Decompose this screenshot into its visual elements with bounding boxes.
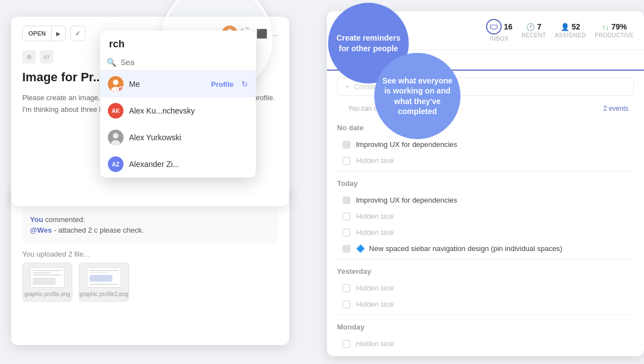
avatar-me: ✕ [108, 76, 123, 92]
comment-text: You commented: [30, 215, 270, 224]
inbox-icon [486, 19, 502, 35]
file-image-preview [90, 275, 112, 282]
more-options-icon[interactable]: ... [271, 28, 278, 38]
special-task-icon: 🔷 [356, 244, 365, 253]
task-checkbox[interactable] [343, 229, 350, 237]
inbox-body: + Create a reminder... You can o... 2 ev… [327, 71, 644, 356]
search-result-me[interactable]: ✕ Me Profile ↻ [100, 71, 256, 97]
bubble-1-text: Create reminders for other people [336, 33, 401, 53]
avatar-ay [108, 130, 123, 145]
activity-panel: You tracked time 🕐 45 You commented: @We… [11, 184, 289, 345]
file-preview-2 [87, 267, 121, 288]
files-grid: graphic profile.png graphic profile2.png [22, 263, 278, 302]
table-row[interactable]: Improving UX for dependencies [337, 192, 634, 208]
result-name-ay: Alex Yurkowski [129, 133, 181, 142]
task-name-hidden: Hidden task [356, 284, 394, 292]
comment-you: You [30, 215, 43, 224]
file-thumb-1[interactable]: graphic profile.png [22, 263, 72, 302]
productive-stat-icon: ↑↓ [602, 23, 609, 31]
stat-count-recent: 7 [537, 22, 542, 31]
task-checkbox[interactable] [343, 157, 350, 165]
stat-recent: 🕐 7 RECENT [522, 22, 546, 38]
open-arrow-icon[interactable]: ▶ [52, 26, 65, 41]
task-name: Improving UX for dependencies [356, 196, 457, 204]
search-header: rch [100, 31, 256, 55]
file-line [90, 270, 118, 271]
search-result-alex-y[interactable]: Alex Yurkowski [100, 124, 256, 151]
avatar-az: AZ [108, 156, 123, 172]
mention: @Wes [30, 226, 52, 234]
file-image-preview [33, 278, 56, 285]
divider [337, 314, 634, 315]
result-name-ak: Alex Ku...nchevsky [129, 106, 195, 115]
table-row[interactable]: 🔷 New spaced siebar navigation design (p… [337, 240, 634, 257]
task-checkbox[interactable] [343, 213, 350, 220]
tag-icon[interactable]: 🏷 [40, 50, 53, 63]
task-name-hidden: Hidden task [356, 228, 394, 237]
divider [337, 171, 634, 171]
table-row[interactable]: Hidden task [337, 224, 634, 240]
gear-icon[interactable]: ⚙ [22, 50, 36, 63]
svg-point-4 [113, 80, 118, 85]
file-preview-1 [30, 267, 65, 288]
search-input[interactable] [121, 58, 249, 67]
svg-point-7 [113, 133, 118, 139]
file-thumb-2[interactable]: graphic profile2.png [79, 263, 129, 302]
events-link[interactable]: 2 events [603, 105, 628, 112]
stat-label-recent: RECENT [522, 32, 546, 38]
comment-sub: please check. [100, 226, 144, 234]
file-label-1: graphic profile.png [24, 291, 70, 297]
table-row[interactable]: Hidden task [337, 296, 634, 312]
table-row[interactable]: Hidden task [337, 336, 634, 352]
plus-icon: + [345, 82, 350, 91]
stat-count-inbox: 16 [504, 22, 513, 31]
search-title: rch [109, 38, 125, 50]
task-name-hidden: Hidden task [356, 156, 394, 165]
task-checkbox[interactable] [343, 245, 350, 253]
section-monday: Monday [337, 323, 634, 331]
comment-label: commented: [45, 215, 85, 224]
table-row[interactable]: Improving UX for dependencies [337, 136, 634, 153]
stat-count-assigned: 52 [572, 22, 581, 31]
comment-section: You commented: @Wes - attached 2 c pleas… [22, 209, 278, 243]
stat-productive: ↑↓ 79% PRODUCTIVE [595, 22, 634, 38]
search-dropdown: rch 🔍 ✕ Me Profile ↻ AK Alex Ku...nchevs… [100, 31, 256, 178]
clock-stat-icon: 🕐 [526, 23, 535, 31]
search-result-alex-k[interactable]: AK Alex Ku...nchevsky [100, 97, 256, 124]
task-checkbox[interactable] [343, 340, 350, 348]
table-row[interactable]: Hidden task [337, 208, 634, 224]
person-stat-icon: 👤 [561, 23, 569, 31]
stat-assigned: 👤 52 ASSIGNED [555, 22, 586, 38]
stat-label-assigned: ASSIGNED [555, 32, 586, 38]
task-name: Improving UX for dependencies [356, 140, 457, 149]
task-checkbox[interactable] [343, 196, 350, 204]
task-name-hidden: Hidden task [356, 340, 394, 348]
search-result-az[interactable]: AZ Alexander Zi... [100, 151, 256, 178]
file-label-2: graphic profile2.png [80, 291, 128, 297]
task-name-special: 🔷 New spaced siebar navigation design (p… [356, 244, 562, 253]
task-checkbox[interactable] [343, 141, 350, 149]
result-name-me: Me [129, 80, 140, 88]
task-checkbox[interactable] [343, 301, 350, 308]
file-line [33, 274, 62, 276]
refresh-icon: ↻ [241, 80, 248, 88]
file-line [90, 272, 107, 273]
open-button[interactable]: OPEN ▶ [22, 26, 66, 41]
section-today: Today [337, 179, 634, 188]
stat-inbox: 16 INBOX [486, 19, 513, 42]
inbox-stats: 16 INBOX 🕐 7 RECENT 👤 52 ASSIGNED [486, 19, 634, 42]
section-no-date: No date [337, 124, 634, 132]
files-header: You uploaded 2 file... [22, 250, 278, 258]
divider [337, 259, 634, 259]
comment-body: @Wes - attached 2 c please check. [30, 226, 270, 234]
task-name-hidden: Hidden task [356, 300, 394, 308]
profile-link[interactable]: Profile [211, 80, 234, 88]
task-name-hidden: Hidden task [356, 212, 394, 220]
table-row[interactable]: Hidden task [337, 153, 634, 169]
files-section: You uploaded 2 file... graphic profile.p… [22, 250, 278, 302]
check-button[interactable]: ✓ [70, 26, 86, 41]
table-row[interactable]: Hidden task [337, 280, 634, 296]
section-yesterday: Yesterday [337, 267, 634, 276]
task-checkbox[interactable] [343, 284, 350, 292]
comment-attached: - attached 2 c [54, 226, 98, 234]
